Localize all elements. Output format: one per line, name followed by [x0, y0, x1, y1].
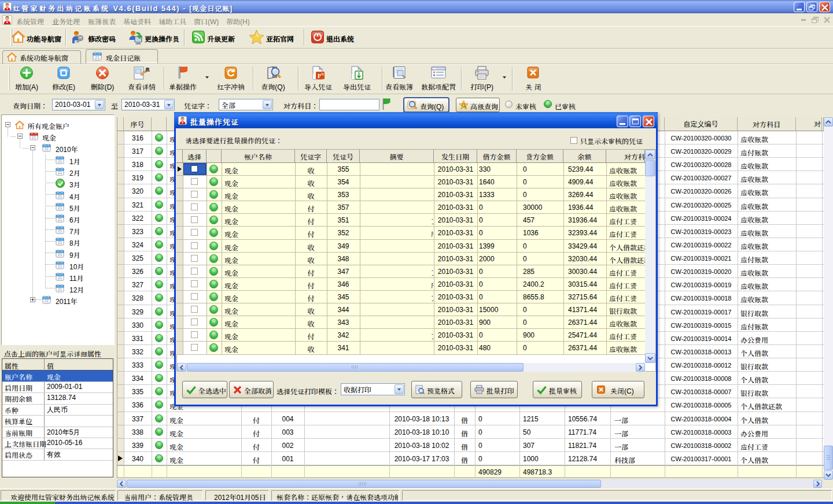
svg-text:21: 21 [58, 276, 62, 280]
svg-text:21: 21 [58, 253, 62, 257]
svg-text:21: 21 [58, 194, 62, 198]
svg-text:21: 21 [58, 240, 62, 244]
svg-text:21: 21 [95, 55, 99, 60]
svg-text:P: P [318, 73, 321, 79]
svg-text:21: 21 [45, 299, 49, 303]
svg-text:21: 21 [58, 217, 62, 221]
svg-text:21: 21 [32, 135, 36, 139]
svg-text:21: 21 [58, 159, 62, 163]
svg-text:21: 21 [58, 206, 62, 210]
svg-text:21: 21 [58, 229, 62, 233]
svg-text:21: 21 [58, 287, 62, 291]
svg-text:21: 21 [45, 147, 49, 151]
svg-text:21: 21 [58, 264, 62, 268]
svg-text:21: 21 [58, 171, 62, 175]
